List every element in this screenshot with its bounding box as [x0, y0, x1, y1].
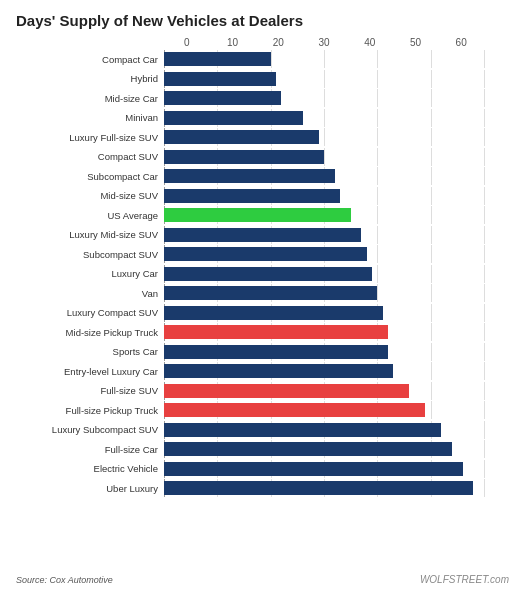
bar-track	[164, 421, 484, 439]
bar-track	[164, 440, 484, 458]
bar	[164, 189, 340, 203]
bar-track	[164, 109, 484, 127]
bar-row: Compact Car	[16, 50, 509, 68]
chart-container: Days' Supply of New Vehicles at Dealers …	[0, 0, 525, 595]
bar-row: Mid-size Pickup Truck	[16, 323, 509, 341]
bar-row: Full-size SUV	[16, 382, 509, 400]
bar-row: Luxury Subcompact SUV	[16, 421, 509, 439]
bar	[164, 286, 377, 300]
bar-label: Mid-size SUV	[16, 190, 164, 201]
bar-row: Electric Vehicle	[16, 460, 509, 478]
bar	[164, 423, 441, 437]
bar	[164, 306, 383, 320]
bar	[164, 267, 372, 281]
bar-track	[164, 362, 484, 380]
bar-label: Full-size Pickup Truck	[16, 405, 164, 416]
bar-row: Hybrid	[16, 70, 509, 88]
brand-text: WOLFSTREET.com	[420, 574, 509, 585]
bar-label: Electric Vehicle	[16, 463, 164, 474]
footer: Source: Cox Automotive WOLFSTREET.com	[16, 574, 509, 585]
bar	[164, 228, 361, 242]
bar-track	[164, 70, 484, 88]
bar	[164, 247, 367, 261]
bar-row: Full-size Pickup Truck	[16, 401, 509, 419]
bar-label: Full-size Car	[16, 444, 164, 455]
bar	[164, 169, 335, 183]
axis-label: 10	[210, 37, 256, 48]
bar-track	[164, 167, 484, 185]
chart-area: 0102030405060 Compact CarHybridMid-size …	[16, 37, 509, 570]
bar-label: Full-size SUV	[16, 385, 164, 396]
bar	[164, 345, 388, 359]
bar-row: US Average	[16, 206, 509, 224]
bar-label: Luxury Compact SUV	[16, 307, 164, 318]
bar-track	[164, 128, 484, 146]
bar	[164, 91, 281, 105]
bar	[164, 481, 473, 495]
bar-track	[164, 323, 484, 341]
axis-label: 0	[164, 37, 210, 48]
bar-row: Uber Luxury	[16, 479, 509, 497]
bar-label: Mid-size Car	[16, 93, 164, 104]
bar-row: Luxury Full-size SUV	[16, 128, 509, 146]
bar	[164, 384, 409, 398]
bar-row: Van	[16, 284, 509, 302]
bar-row: Compact SUV	[16, 148, 509, 166]
bar-label: Minivan	[16, 112, 164, 123]
bar	[164, 208, 351, 222]
bar	[164, 442, 452, 456]
bar-track	[164, 265, 484, 283]
bar-row: Minivan	[16, 109, 509, 127]
bar-track	[164, 401, 484, 419]
bar-track	[164, 226, 484, 244]
bar-track	[164, 206, 484, 224]
bar-track	[164, 89, 484, 107]
bar-label: Van	[16, 288, 164, 299]
axis-label: 30	[301, 37, 347, 48]
bar	[164, 52, 271, 66]
bars-container: Compact CarHybridMid-size CarMinivanLuxu…	[16, 50, 509, 499]
bar-row: Subcompact Car	[16, 167, 509, 185]
bar-label: Luxury Car	[16, 268, 164, 279]
bar-track	[164, 382, 484, 400]
axis-label: 50	[393, 37, 439, 48]
bar-label: Subcompact Car	[16, 171, 164, 182]
bar-track	[164, 304, 484, 322]
bar-label: Hybrid	[16, 73, 164, 84]
bar-row: Full-size Car	[16, 440, 509, 458]
bar-row: Subcompact SUV	[16, 245, 509, 263]
bar	[164, 462, 463, 476]
source-text: Source: Cox Automotive	[16, 575, 113, 585]
bar	[164, 325, 388, 339]
bar-row: Luxury Compact SUV	[16, 304, 509, 322]
bar-label: Compact Car	[16, 54, 164, 65]
bar-row: Luxury Car	[16, 265, 509, 283]
bar-track	[164, 284, 484, 302]
bar-row: Sports Car	[16, 343, 509, 361]
axis-label: 40	[347, 37, 393, 48]
bar-track	[164, 50, 484, 68]
bar	[164, 130, 319, 144]
bar-label: Uber Luxury	[16, 483, 164, 494]
bar-label: Compact SUV	[16, 151, 164, 162]
bar-label: Entry-level Luxury Car	[16, 366, 164, 377]
chart-title: Days' Supply of New Vehicles at Dealers	[16, 12, 509, 29]
bar-label: Subcompact SUV	[16, 249, 164, 260]
bar-track	[164, 460, 484, 478]
bar-label: Luxury Mid-size SUV	[16, 229, 164, 240]
bar-track	[164, 245, 484, 263]
bar	[164, 364, 393, 378]
bar-label: Luxury Full-size SUV	[16, 132, 164, 143]
bar-row: Luxury Mid-size SUV	[16, 226, 509, 244]
axis-label: 60	[438, 37, 484, 48]
bar-row: Mid-size SUV	[16, 187, 509, 205]
bar-label: Sports Car	[16, 346, 164, 357]
bar	[164, 111, 303, 125]
bar-track	[164, 479, 484, 497]
axis-labels: 0102030405060	[164, 37, 484, 48]
bar-label: Luxury Subcompact SUV	[16, 424, 164, 435]
bar-track	[164, 148, 484, 166]
axis-label: 20	[255, 37, 301, 48]
bar-track	[164, 343, 484, 361]
bar	[164, 150, 324, 164]
